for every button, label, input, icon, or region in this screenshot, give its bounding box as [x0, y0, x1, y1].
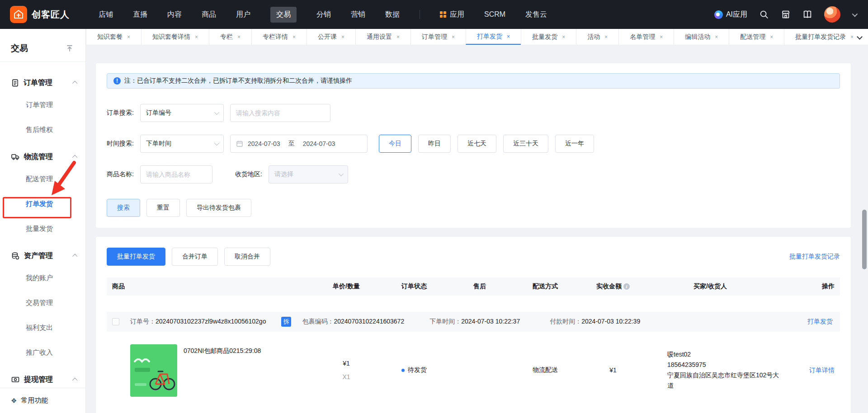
amount-info-icon[interactable]: i	[623, 283, 630, 290]
date-range-picker[interactable]: 2024-07-03 至 2024-07-03	[230, 135, 368, 153]
order-search-input[interactable]	[230, 104, 330, 122]
tab-close-icon[interactable]: ×	[715, 34, 718, 40]
tab-close-icon[interactable]: ×	[850, 34, 853, 40]
tab-close-icon[interactable]: ×	[452, 34, 455, 40]
print-ship-link[interactable]: 打单发货	[807, 318, 833, 326]
tab-column[interactable]: 专栏×	[209, 29, 251, 45]
status-dot	[401, 369, 405, 372]
tab-batch-print-record[interactable]: 批量打单发货记录×	[784, 29, 853, 45]
search-button[interactable]: 搜索	[107, 199, 140, 217]
tab-knowledge-package-detail[interactable]: 知识套餐详情×	[141, 29, 209, 45]
tab-close-icon[interactable]: ×	[396, 34, 400, 40]
tab-roster-management[interactable]: 名单管理×	[618, 29, 674, 45]
brand-name: 创客匠人	[32, 9, 70, 21]
tab-close-icon[interactable]: ×	[237, 34, 241, 40]
tab-close-icon[interactable]: ×	[660, 34, 663, 40]
nav-shop[interactable]: 店铺	[99, 10, 113, 19]
export-pending-packages-button[interactable]: 导出待发货包裹	[186, 199, 251, 217]
time-type-select[interactable]: 下单时间	[140, 135, 224, 153]
quick-range-today[interactable]: 今日	[379, 135, 411, 153]
sidebar-footer-common-functions[interactable]: ❖ 常用功能	[0, 388, 85, 413]
order-checkbox[interactable]	[112, 318, 119, 325]
topbar-right: AI应用	[714, 6, 856, 23]
tab-close-icon[interactable]: ×	[292, 34, 296, 40]
user-avatar[interactable]	[824, 6, 840, 23]
tab-close-icon[interactable]: ×	[562, 34, 565, 40]
sidebar-item-welfare-expense[interactable]: 福利支出	[0, 315, 85, 340]
batch-print-ship-button[interactable]: 批量打单发货	[107, 248, 165, 266]
tab-open-course[interactable]: 公开课×	[307, 29, 355, 45]
quick-range-yesterday[interactable]: 昨日	[418, 135, 451, 153]
nav-product[interactable]: 商品	[202, 10, 216, 19]
tab-print-ship[interactable]: 打单发货×	[466, 29, 521, 45]
tab-close-icon[interactable]: ×	[195, 34, 198, 40]
account-chevron-down-icon[interactable]	[852, 11, 858, 17]
nav-sale-cloud[interactable]: 发售云	[525, 10, 547, 19]
nav-live[interactable]: 直播	[133, 10, 147, 19]
tab-order-management[interactable]: 订单管理×	[410, 29, 466, 45]
tab-delivery-management[interactable]: 配送管理×	[729, 29, 784, 45]
docs-book-icon[interactable]	[802, 9, 812, 19]
sidebar-group-assets-header[interactable]: 资产管理	[0, 246, 85, 266]
brand[interactable]: 创客匠人	[10, 6, 70, 23]
sidebar-item-trade-management[interactable]: 交易管理	[0, 291, 85, 315]
select-chevron-down-icon	[214, 141, 219, 145]
quick-range-1year[interactable]: 近一年	[555, 135, 594, 153]
tab-activity[interactable]: 活动×	[576, 29, 618, 45]
tab-close-icon[interactable]: ×	[604, 34, 608, 40]
sidebar-group-logistics-header[interactable]: 物流管理	[0, 147, 85, 167]
reset-button[interactable]: 重置	[146, 199, 180, 217]
price-qty-cell: ¥1 X1	[324, 360, 369, 380]
merge-orders-button[interactable]: 合并订单	[172, 248, 218, 266]
col-order-status: 订单状态	[369, 282, 459, 291]
sidebar-item-after-sales[interactable]: 售后维权	[0, 117, 85, 142]
nav-apps[interactable]: 应用	[440, 10, 464, 19]
ai-app-entry[interactable]: AI应用	[714, 10, 747, 19]
tabs-more-chevron-icon[interactable]	[857, 34, 863, 40]
sidebar-item-print-ship[interactable]: 打单发货	[0, 192, 85, 216]
quick-range-7days[interactable]: 近七天	[458, 135, 496, 153]
order-detail-link[interactable]: 订单详情	[809, 366, 835, 374]
order-search-type-select[interactable]: 订单编号	[140, 104, 224, 122]
tab-close-icon[interactable]: ×	[127, 34, 130, 40]
tab-close-icon[interactable]: ×	[341, 34, 344, 40]
tab-column-detail[interactable]: 专栏详情×	[251, 29, 307, 45]
search-icon[interactable]	[759, 9, 769, 19]
sidebar-item-order-management[interactable]: 订单管理	[0, 93, 85, 117]
nav-data[interactable]: 数据	[385, 10, 400, 19]
tab-close-icon[interactable]: ×	[507, 33, 510, 40]
order-product-row: 0702NI包邮商品0215:29:08 ¥1 X1 待发货 物流配送 ¥1 嗳…	[107, 332, 840, 408]
store-icon[interactable]	[781, 9, 791, 19]
nav-user[interactable]: 用户	[236, 10, 250, 19]
sidebar-item-promotion-income[interactable]: 推广收入	[0, 340, 85, 365]
collapse-sidebar-icon[interactable]	[66, 44, 74, 52]
nav-trade[interactable]: 交易	[270, 7, 297, 23]
tab-close-icon[interactable]: ×	[770, 34, 773, 40]
sidebar-item-batch-ship[interactable]: 批量发货	[0, 216, 85, 241]
col-price-qty: 单价/数量	[324, 282, 369, 291]
sidebar-group-logistics: 物流管理 配送管理 打单发货 批量发货	[0, 147, 85, 241]
nav-distribution[interactable]: 分销	[316, 10, 331, 19]
cancel-merge-button[interactable]: 取消合并	[224, 248, 270, 266]
sidebar-group-order-header[interactable]: 订单管理	[0, 73, 85, 93]
sidebar-group-withdraw-header[interactable]: 提现管理	[0, 370, 85, 390]
product-name-input[interactable]	[140, 165, 212, 183]
sidebar-item-delivery-management[interactable]: 配送管理	[0, 167, 85, 192]
region-select[interactable]: 请选择	[269, 165, 348, 183]
sidebar-item-my-account[interactable]: 我的账户	[0, 266, 85, 291]
date-separator: 至	[288, 140, 295, 148]
date-start-value: 2024-07-03	[248, 140, 280, 147]
nav-content[interactable]: 内容	[167, 10, 182, 19]
batch-print-record-link[interactable]: 批量打单发货记录	[789, 253, 840, 261]
quick-range-30days[interactable]: 近三十天	[503, 135, 548, 153]
sidebar-group-withdraw: 提现管理	[0, 370, 85, 390]
tab-batch-ship[interactable]: 批量发货×	[521, 29, 576, 45]
nav-marketing[interactable]: 营销	[351, 10, 365, 19]
tab-knowledge-package[interactable]: 知识套餐×	[86, 29, 141, 45]
col-delivery-method: 配送方式	[500, 282, 590, 291]
nav-scrm[interactable]: SCRM	[484, 10, 505, 19]
tab-general-settings[interactable]: 通用设置×	[355, 29, 410, 45]
page-scrollbar-thumb[interactable]	[862, 210, 867, 269]
tab-edit-activity[interactable]: 编辑活动×	[674, 29, 729, 45]
notice-bar: ! 注：已合订单不支持二次合并，已拆订单不支持取消拆分和二次合并，请谨慎操作	[107, 73, 840, 89]
